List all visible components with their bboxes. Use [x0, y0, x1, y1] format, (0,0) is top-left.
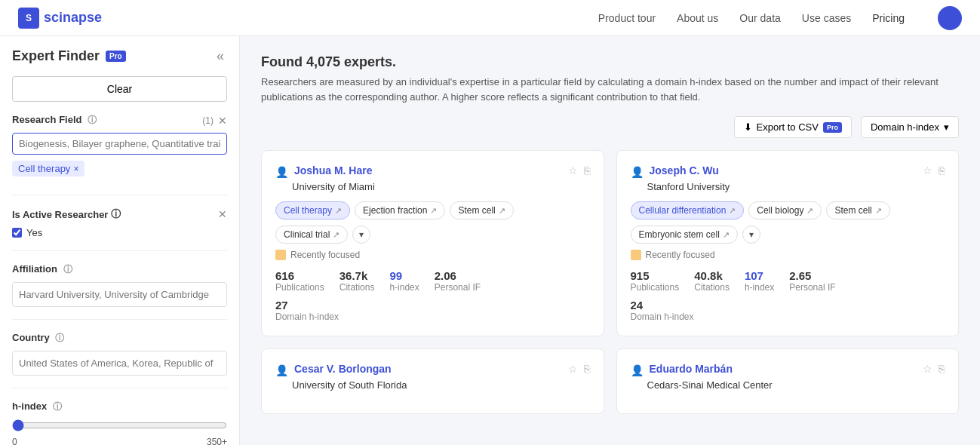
field-tag-1-1[interactable]: Cell biology ↗ [748, 201, 822, 219]
external-link-icon: ↗ [723, 230, 730, 240]
nav-about-us[interactable]: About us [677, 12, 718, 24]
star-button-0[interactable]: ☆ [568, 164, 578, 176]
stat-citations-1: 40.8k Citations [694, 269, 730, 293]
expert-tags-0: Cell therapy ↗ Ejection fraction ↗ Stem … [275, 201, 590, 219]
field-tag-0-2[interactable]: Stem cell ↗ [450, 201, 513, 219]
divider-4 [12, 388, 227, 388]
main-content: Found 4,075 experts. Researchers are mea… [240, 36, 980, 445]
nav-product-tour[interactable]: Product tour [598, 12, 656, 24]
hindex-label: h-index ⓘ [12, 400, 62, 413]
stat-value-h-1[interactable]: 107 [745, 269, 774, 282]
collapse-sidebar-button[interactable]: « [214, 48, 227, 64]
star-button-2[interactable]: ☆ [568, 363, 578, 375]
sidebar-header: Expert Finder Pro « [12, 48, 227, 64]
recently-focused-icon-0 [275, 250, 286, 260]
card-header-2: 👤 Cesar V. Borlongan ☆ ⎘ [275, 363, 590, 376]
stat-label-pub-1: Publications [631, 282, 680, 293]
field-tag-1-3[interactable]: Embryonic stem cell ↗ [631, 226, 738, 244]
share-button-1[interactable]: ⎘ [939, 164, 945, 176]
is-active-row: Is Active Researcher ⓘ ✕ [12, 207, 227, 221]
stat-label-h-0: h-index [389, 282, 419, 293]
field-tag-0-1[interactable]: Ejection fraction ↗ [355, 201, 445, 219]
is-active-checkbox[interactable] [12, 228, 22, 238]
expert-card-0: 👤 Joshua M. Hare ☆ ⎘ University of Miami… [261, 150, 604, 336]
field-tag-0-3[interactable]: Clinical trial ↗ [275, 226, 348, 244]
cell-therapy-tag-remove[interactable]: × [73, 164, 78, 174]
share-button-0[interactable]: ⎘ [584, 164, 590, 176]
external-link-icon: ↗ [729, 206, 736, 216]
user-avatar[interactable] [938, 6, 962, 30]
hindex-min: 0 [12, 437, 17, 445]
sidebar-title-text: Expert Finder [12, 48, 100, 64]
star-button-1[interactable]: ☆ [923, 164, 932, 176]
external-link-icon: ↗ [499, 206, 505, 216]
research-field-clear-button[interactable]: ✕ [218, 115, 227, 127]
is-active-info-icon: ⓘ [111, 207, 121, 221]
is-active-clear-button[interactable]: ✕ [218, 208, 227, 220]
more-tags-button-0[interactable]: ▾ [352, 226, 370, 244]
domain-value-0: 27 [275, 299, 288, 312]
person-icon-1: 👤 [631, 166, 644, 178]
nav-use-cases[interactable]: Use cases [802, 12, 851, 24]
hindex-section: h-index ⓘ 0 350+ [12, 400, 227, 445]
stats-row-0: 616 Publications 36.7k Citations 99 h-in… [275, 269, 590, 293]
stat-label-cit-1: Citations [694, 282, 730, 293]
expert-card-3: 👤 Eduardo Marbán ☆ ⎘ Cedars-Sinai Medica… [616, 348, 960, 414]
domain-value-1: 24 [631, 299, 644, 312]
expert-name-2[interactable]: Cesar V. Borlongan [294, 363, 392, 375]
chevron-down-icon: ▾ [944, 121, 949, 133]
recently-focused-0: Recently focused [275, 250, 590, 260]
domain-row-0: 27 Domain h-index [275, 299, 590, 322]
stat-hindex-1: 107 h-index [745, 269, 774, 293]
header: S scinapse Product tour About us Our dat… [0, 0, 980, 36]
sort-button[interactable]: Domain h-index ▾ [861, 116, 959, 138]
domain-label-1: Domain h-index [631, 312, 945, 322]
hindex-max: 350+ [207, 437, 227, 445]
stat-value-h-0[interactable]: 99 [389, 269, 419, 282]
research-field-label-row: Research Field ⓘ (1) ✕ [12, 114, 227, 127]
country-input[interactable] [12, 351, 227, 376]
external-link-icon: ↗ [333, 230, 339, 240]
card-header-left-1: 👤 Joseph C. Wu [631, 164, 719, 178]
logo-icon: S [18, 8, 39, 29]
export-csv-button[interactable]: ⬇ Export to CSV Pro [734, 116, 852, 138]
affiliation-info-icon: ⓘ [63, 264, 72, 275]
card-header-0: 👤 Joshua M. Hare ☆ ⎘ [275, 164, 590, 178]
research-field-input[interactable] [12, 133, 227, 155]
country-label-row: Country ⓘ [12, 332, 227, 345]
expert-name-0[interactable]: Joshua M. Hare [294, 164, 372, 176]
nav-links: Product tour About us Our data Use cases… [598, 6, 962, 30]
share-button-3[interactable]: ⎘ [939, 363, 945, 375]
stat-personalif-0: 2.06 Personal IF [435, 269, 481, 293]
sidebar: Expert Finder Pro « Clear Research Field… [0, 36, 240, 445]
stat-value-cit-0: 36.7k [339, 269, 375, 282]
divider-3 [12, 319, 227, 320]
expert-name-3[interactable]: Eduardo Marbán [650, 363, 733, 375]
research-field-info-icon: ⓘ [88, 115, 97, 125]
hindex-slider[interactable] [12, 419, 227, 431]
field-tag-0-0[interactable]: Cell therapy ↗ [275, 201, 350, 219]
expert-tags-2nd-row-1: Embryonic stem cell ↗ ▾ [631, 226, 945, 244]
card-header-3: 👤 Eduardo Marbán ☆ ⎘ [631, 363, 945, 376]
stat-label-pif-0: Personal IF [435, 282, 481, 293]
stat-label-h-1: h-index [745, 282, 774, 293]
share-button-2[interactable]: ⎘ [584, 363, 590, 375]
nav-pricing[interactable]: Pricing [872, 12, 905, 24]
results-header: Found 4,075 experts. Researchers are mea… [261, 54, 959, 104]
person-icon-3: 👤 [631, 364, 644, 376]
domain-label-0: Domain h-index [275, 312, 590, 322]
affiliation-input[interactable] [12, 282, 227, 307]
expert-card-1: 👤 Joseph C. Wu ☆ ⎘ Stanford University C… [616, 150, 960, 336]
expert-name-1[interactable]: Joseph C. Wu [650, 164, 719, 176]
field-tag-1-0[interactable]: Cellular differentiation ↗ [631, 201, 745, 219]
clear-button[interactable]: Clear [12, 76, 227, 102]
nav-our-data[interactable]: Our data [739, 12, 780, 24]
logo[interactable]: S scinapse [18, 8, 102, 29]
person-icon-2: 👤 [275, 364, 288, 376]
research-field-count: (1) [202, 115, 214, 126]
more-tags-button-1[interactable]: ▾ [742, 226, 760, 244]
stat-value-pub-0: 616 [275, 269, 324, 282]
field-tag-1-2[interactable]: Stem cell ↗ [826, 201, 889, 219]
star-button-3[interactable]: ☆ [923, 363, 932, 375]
expert-university-3: Cedars-Sinai Medical Center [647, 379, 945, 391]
